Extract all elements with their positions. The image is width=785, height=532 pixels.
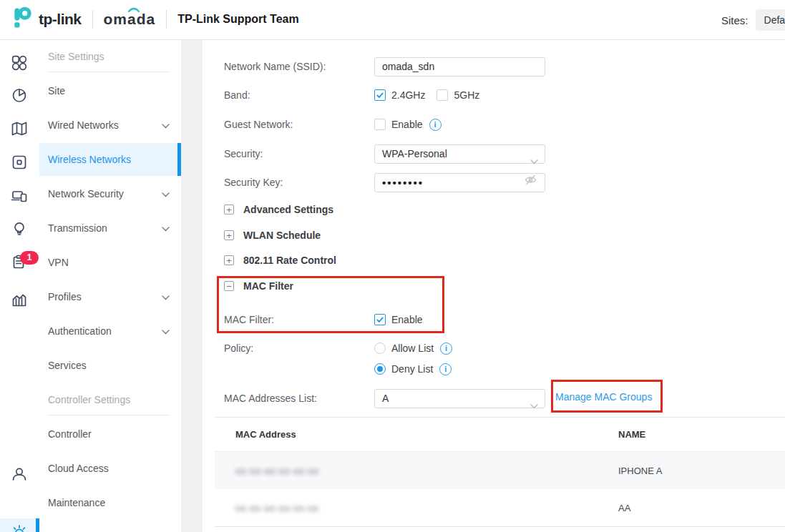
brand-area: tp-link omada TP-Link Support Team (10, 0, 299, 39)
band-24ghz-checkbox[interactable] (374, 89, 386, 101)
sidebar-divider (48, 72, 170, 72)
tplink-wordmark: tp-link (39, 11, 82, 28)
logs-badge: 1 (20, 251, 39, 265)
policy-deny-group: Deny List i (374, 363, 452, 375)
header-divider (92, 10, 93, 29)
guest-info-icon[interactable]: i (429, 119, 442, 131)
sidebar-item-vpn[interactable]: VPN (48, 246, 170, 279)
band-5ghz-group: 5GHz (437, 89, 479, 101)
sites-area: Sites: Default (721, 9, 785, 31)
name-cell: AA (618, 503, 785, 513)
security-select[interactable]: WPA-Personal (374, 144, 545, 164)
policy-allow-group: Allow List i (374, 343, 452, 355)
mac-group-select[interactable]: A (374, 389, 545, 408)
table-row[interactable]: xx-xx-xx-xx-xx-xx IPHONE A (215, 451, 785, 489)
mac-filter-checkbox[interactable] (374, 314, 386, 325)
sidebar-item-authentication[interactable]: Authentication (48, 315, 170, 348)
col-header-mac-address: MAC Address (215, 429, 618, 440)
collapse-mac-filter-icon[interactable]: − (224, 281, 234, 291)
sidebar-item-site[interactable]: Site (48, 74, 170, 107)
ssid-label: Network Name (SSID): (224, 61, 374, 72)
col-header-name: NAME (618, 429, 785, 440)
security-key-input[interactable]: •••••••• (374, 173, 545, 192)
name-cell: IPHONE A (618, 466, 785, 476)
omada-controller-window: tp-link omada TP-Link Support Team Sites… (0, 0, 785, 532)
band-5ghz-checkbox[interactable] (437, 89, 448, 101)
expand-rate-control-icon[interactable]: + (224, 255, 234, 265)
top-header: tp-link omada TP-Link Support Team Sites… (0, 0, 785, 40)
mac-address-table: MAC Address NAME xx-xx-xx-xx-xx-xx IPHON… (215, 417, 785, 527)
chevron-down-icon (162, 222, 170, 234)
deny-list-radio[interactable] (374, 363, 386, 375)
guest-enable-group: Enable i (374, 119, 442, 131)
dashboard-icon[interactable] (10, 54, 29, 72)
chevron-down-icon (162, 291, 170, 302)
chevron-down-icon (530, 152, 538, 170)
sidebar-item-services[interactable]: Services (48, 349, 170, 382)
sites-label: Sites: (721, 14, 749, 26)
clients-icon[interactable] (10, 187, 29, 205)
sidebar-item-cloud-access[interactable]: Cloud Access (48, 452, 170, 485)
deny-list-info-icon[interactable]: i (439, 363, 452, 375)
controller-title: TP-Link Support Team (177, 13, 298, 26)
sidebar-header-controller-settings: Controller Settings (48, 384, 130, 415)
sidebar-content-gutter (181, 39, 203, 532)
mac-filter-enable-label: Enable (391, 314, 423, 325)
guest-network-checkbox[interactable] (374, 119, 386, 130)
table-header-row: MAC Address NAME (215, 418, 785, 451)
policy-label: Policy: (224, 343, 374, 354)
deny-list-label: Deny List (391, 363, 433, 375)
mac-filter-section[interactable]: MAC Filter (243, 280, 293, 292)
ssid-input[interactable]: omada_sdn (374, 57, 545, 77)
mac-filter-enable-group: Enable (374, 314, 423, 325)
band-5ghz-label: 5GHz (454, 89, 479, 101)
header-divider2 (166, 10, 167, 29)
table-row[interactable]: xx-xx-xx-xx-xx-xx AA (215, 489, 785, 527)
eye-off-icon[interactable] (524, 174, 537, 192)
wireless-network-form: Network Name (SSID): omada_sdn Band: 2.4… (203, 39, 785, 532)
wlan-schedule-section[interactable]: WLAN Schedule (243, 230, 321, 241)
sidebar-item-wired-networks[interactable]: Wired Networks (48, 109, 170, 142)
chevron-down-icon (162, 188, 170, 200)
devices-icon[interactable] (10, 153, 29, 172)
sidebar-item-profiles[interactable]: Profiles (48, 280, 170, 313)
sidebar-divider (48, 415, 170, 415)
settings-gear-icon[interactable] (10, 523, 29, 532)
security-key-label: Security Key: (224, 177, 374, 188)
mac-address-cell-blurred: xx-xx-xx-xx-xx-xx (235, 466, 319, 476)
allow-list-info-icon[interactable]: i (440, 343, 452, 355)
chevron-down-icon (162, 119, 170, 131)
masked-password: •••••••• (382, 174, 424, 192)
site-selector-button[interactable]: Default (756, 9, 785, 31)
sidebar-item-controller[interactable]: Controller (48, 418, 170, 450)
omada-wordmark: omada (104, 11, 156, 28)
tplink-logo-icon (10, 5, 36, 34)
expand-wlan-schedule-icon[interactable]: + (224, 230, 234, 240)
reports-icon[interactable] (10, 291, 29, 310)
manage-mac-groups-link[interactable]: Manage MAC Groups (555, 391, 652, 403)
chevron-down-icon (530, 397, 538, 415)
sidebar-header-site-settings: Site Settings (48, 41, 104, 72)
sidebar-item-transmission[interactable]: Transmission (48, 212, 170, 245)
insights-icon[interactable] (10, 220, 29, 238)
sidebar-item-network-security[interactable]: Network Security (48, 177, 170, 210)
sidebar-item-maintenance[interactable]: Maintenance (48, 486, 170, 519)
guest-network-label: Guest Network: (224, 119, 374, 130)
allow-list-radio[interactable] (374, 343, 386, 354)
guest-enable-label: Enable (391, 119, 423, 130)
sidebar-menu: Site Settings Site Wired Networks Wirele… (39, 39, 181, 532)
band-24ghz-label: 2.4GHz (391, 89, 425, 101)
statistics-icon[interactable] (10, 86, 29, 104)
omada-wifi-arc-icon (127, 5, 141, 13)
rate-control-section[interactable]: 802.11 Rate Control (243, 255, 336, 266)
account-icon[interactable] (10, 465, 29, 483)
allow-list-label: Allow List (391, 343, 434, 354)
chevron-down-icon (162, 325, 170, 337)
sidebar-item-wireless-networks[interactable]: Wireless Networks (39, 143, 181, 176)
mac-filter-label: MAC Filter: (224, 314, 374, 325)
mac-addresses-list-label: MAC Addresses List: (224, 393, 374, 404)
band-24ghz-group: 2.4GHz (374, 89, 425, 101)
expand-advanced-settings-icon[interactable]: + (224, 205, 234, 215)
map-icon[interactable] (10, 119, 29, 138)
advanced-settings-section[interactable]: Advanced Settings (243, 204, 333, 215)
